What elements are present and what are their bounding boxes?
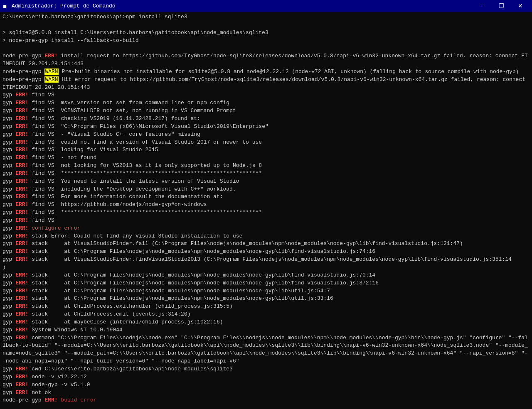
terminal-line: gyp ERR! find VS could not find a versio…	[2, 139, 530, 147]
terminal-line: gyp ERR! cwd C:\Users\erito.barboza\gati…	[2, 365, 530, 373]
titlebar: ■ Administrador: Prompt de Comando ─ ❐ ✕	[0, 0, 532, 12]
terminal-line: gyp ERR! find VS ***********************…	[2, 209, 530, 217]
terminal-line: gyp ERR! find VS "C:\Program Files (x86)…	[2, 123, 530, 131]
terminal-line: gyp ERR! find VS - "Visual Studio C++ co…	[2, 131, 530, 139]
terminal-line: gyp ERR! find VS msvs_version not set fr…	[2, 99, 530, 107]
terminal-line: gyp ERR! stack at VisualStudioFinder.fin…	[2, 256, 530, 272]
restore-button[interactable]: ❐	[492, 1, 510, 10]
svg-text:■: ■	[3, 3, 7, 9]
terminal-line: gyp ERR! node -v v12.22.12	[2, 373, 530, 381]
terminal-line: gyp ERR! command "C:\\Program Files\\nod…	[2, 334, 530, 365]
terminal-line	[2, 44, 530, 52]
terminal-line: gyp ERR! find VS For more information co…	[2, 193, 530, 201]
terminal-line: node-pre-gyp WARN Pre-built binaries not…	[2, 68, 530, 76]
titlebar-left: ■ Administrador: Prompt de Comando	[2, 2, 116, 9]
terminal-line: gyp ERR! stack Error: Could not find any…	[2, 233, 530, 240]
terminal-line: gyp ERR! find VS	[2, 217, 530, 225]
terminal-line: gyp ERR! find VS not looking for VS2013 …	[2, 162, 530, 170]
terminal-line: gyp ERR! find VS https://github.com/node…	[2, 201, 530, 209]
terminal-line: C:\Users\erito.barboza\gatitobook\api>np…	[2, 13, 530, 21]
terminal-line: gyp ERR! not ok	[2, 389, 530, 397]
terminal-line	[2, 21, 530, 29]
terminal-line: gyp ERR! find VS You need to install the…	[2, 178, 530, 186]
terminal-line: gyp ERR! find VS including the "Desktop …	[2, 186, 530, 193]
terminal-line: gyp ERR! stack at VisualStudioFinder.fai…	[2, 240, 530, 248]
terminal-line: gyp ERR! stack at ChildProcess.exithandl…	[2, 303, 530, 311]
cmd-icon: ■	[2, 2, 9, 9]
minimize-button[interactable]: ─	[473, 1, 491, 10]
terminal-line: gyp ERR! find VS - not found	[2, 154, 530, 162]
terminal-line: gyp ERR! System Windows_NT 10.0.19044	[2, 326, 530, 334]
terminal-line: gyp ERR! stack at C:\Program Files\nodej…	[2, 287, 530, 295]
terminal-line: gyp ERR! node-gyp -v v5.1.0	[2, 381, 530, 389]
terminal-line: gyp ERR! stack at C:\Program Files\nodej…	[2, 295, 530, 303]
terminal-line: gyp ERR! stack at maybeClose (internal/c…	[2, 318, 530, 326]
terminal-line: > node-pre-gyp install --fallback-to-bui…	[2, 37, 530, 45]
titlebar-controls: ─ ❐ ✕	[473, 1, 530, 10]
close-button[interactable]: ✕	[511, 1, 530, 10]
terminal-line: gyp ERR! find VS	[2, 91, 530, 99]
terminal-line: gyp ERR! configure error	[2, 225, 530, 233]
terminal-line: gyp ERR! find VS ***********************…	[2, 170, 530, 178]
titlebar-title: Administrador: Prompt de Comando	[12, 3, 116, 9]
terminal-line: node-pre-gyp WARN Hit error request to h…	[2, 76, 530, 92]
terminal-line: gyp ERR! find VS checking VS2019 (16.11.…	[2, 115, 530, 123]
terminal-line: gyp ERR! find VS VCINSTALLDIR not set, n…	[2, 107, 530, 115]
terminal-line: gyp ERR! stack at C:\Program Files\nodej…	[2, 248, 530, 256]
terminal-line: node-pre-gyp ERR! install request to htt…	[2, 52, 530, 68]
terminal-line: gyp ERR! stack at C:\Program Files\nodej…	[2, 272, 530, 279]
terminal-line: gyp ERR! stack at ChildProcess.emit (eve…	[2, 311, 530, 318]
terminal-line: gyp ERR! stack at C:\Program Files\nodej…	[2, 279, 530, 287]
terminal-line: node-pre-gyp ERR! build error	[2, 397, 530, 404]
terminal-line: > sqlite3@5.0.8 install C:\Users\erito.b…	[2, 29, 530, 37]
terminal-output: C:\Users\erito.barboza\gatitobook\api>np…	[0, 12, 532, 409]
window: ■ Administrador: Prompt de Comando ─ ❐ ✕…	[0, 0, 532, 409]
terminal-line: gyp ERR! find VS looking for Visual Stud…	[2, 146, 530, 154]
